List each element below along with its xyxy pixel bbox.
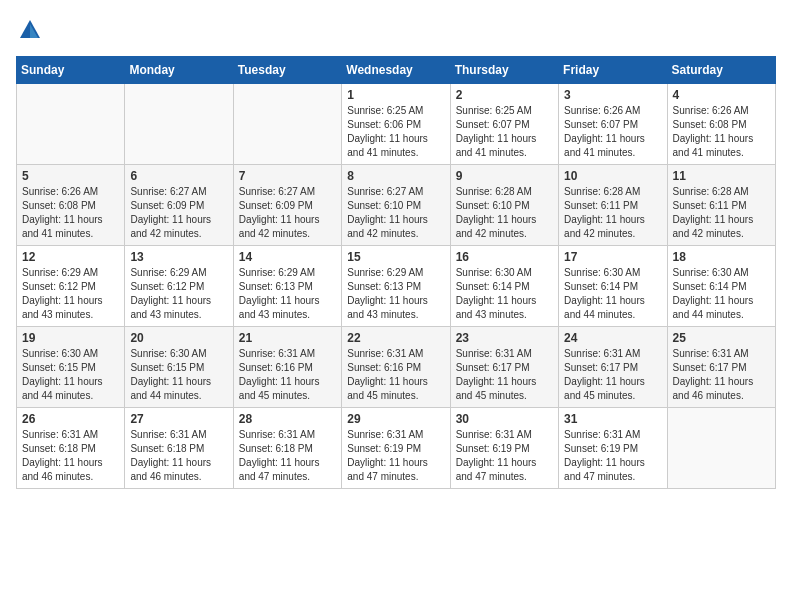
day-info: Sunrise: 6:31 AMSunset: 6:18 PMDaylight:…: [239, 428, 336, 484]
day-number: 3: [564, 88, 661, 102]
day-info: Sunrise: 6:31 AMSunset: 6:18 PMDaylight:…: [130, 428, 227, 484]
day-number: 13: [130, 250, 227, 264]
day-number: 5: [22, 169, 119, 183]
day-info: Sunrise: 6:28 AMSunset: 6:11 PMDaylight:…: [564, 185, 661, 241]
calendar-week-3: 12Sunrise: 6:29 AMSunset: 6:12 PMDayligh…: [17, 246, 776, 327]
calendar-cell: 8Sunrise: 6:27 AMSunset: 6:10 PMDaylight…: [342, 165, 450, 246]
calendar-cell: 18Sunrise: 6:30 AMSunset: 6:14 PMDayligh…: [667, 246, 775, 327]
day-info: Sunrise: 6:26 AMSunset: 6:08 PMDaylight:…: [22, 185, 119, 241]
calendar-cell: 6Sunrise: 6:27 AMSunset: 6:09 PMDaylight…: [125, 165, 233, 246]
day-info: Sunrise: 6:25 AMSunset: 6:06 PMDaylight:…: [347, 104, 444, 160]
calendar-cell: 20Sunrise: 6:30 AMSunset: 6:15 PMDayligh…: [125, 327, 233, 408]
day-number: 9: [456, 169, 553, 183]
day-info: Sunrise: 6:31 AMSunset: 6:16 PMDaylight:…: [347, 347, 444, 403]
calendar-cell: [17, 84, 125, 165]
day-number: 25: [673, 331, 770, 345]
calendar-cell: 17Sunrise: 6:30 AMSunset: 6:14 PMDayligh…: [559, 246, 667, 327]
day-number: 31: [564, 412, 661, 426]
day-number: 10: [564, 169, 661, 183]
calendar-body: 1Sunrise: 6:25 AMSunset: 6:06 PMDaylight…: [17, 84, 776, 489]
calendar-week-2: 5Sunrise: 6:26 AMSunset: 6:08 PMDaylight…: [17, 165, 776, 246]
calendar-cell: 11Sunrise: 6:28 AMSunset: 6:11 PMDayligh…: [667, 165, 775, 246]
day-info: Sunrise: 6:28 AMSunset: 6:11 PMDaylight:…: [673, 185, 770, 241]
calendar-week-1: 1Sunrise: 6:25 AMSunset: 6:06 PMDaylight…: [17, 84, 776, 165]
day-info: Sunrise: 6:31 AMSunset: 6:17 PMDaylight:…: [564, 347, 661, 403]
day-number: 14: [239, 250, 336, 264]
day-info: Sunrise: 6:30 AMSunset: 6:15 PMDaylight:…: [22, 347, 119, 403]
calendar-table: SundayMondayTuesdayWednesdayThursdayFrid…: [16, 56, 776, 489]
calendar-cell: [125, 84, 233, 165]
weekday-header-friday: Friday: [559, 57, 667, 84]
weekday-header-wednesday: Wednesday: [342, 57, 450, 84]
calendar-cell: 4Sunrise: 6:26 AMSunset: 6:08 PMDaylight…: [667, 84, 775, 165]
weekday-header-sunday: Sunday: [17, 57, 125, 84]
day-number: 29: [347, 412, 444, 426]
day-info: Sunrise: 6:29 AMSunset: 6:13 PMDaylight:…: [239, 266, 336, 322]
calendar-week-5: 26Sunrise: 6:31 AMSunset: 6:18 PMDayligh…: [17, 408, 776, 489]
calendar-cell: 21Sunrise: 6:31 AMSunset: 6:16 PMDayligh…: [233, 327, 341, 408]
day-info: Sunrise: 6:31 AMSunset: 6:16 PMDaylight:…: [239, 347, 336, 403]
day-number: 23: [456, 331, 553, 345]
day-info: Sunrise: 6:30 AMSunset: 6:15 PMDaylight:…: [130, 347, 227, 403]
day-info: Sunrise: 6:30 AMSunset: 6:14 PMDaylight:…: [456, 266, 553, 322]
calendar-cell: 13Sunrise: 6:29 AMSunset: 6:12 PMDayligh…: [125, 246, 233, 327]
day-number: 8: [347, 169, 444, 183]
calendar-cell: 3Sunrise: 6:26 AMSunset: 6:07 PMDaylight…: [559, 84, 667, 165]
day-number: 26: [22, 412, 119, 426]
calendar-cell: 15Sunrise: 6:29 AMSunset: 6:13 PMDayligh…: [342, 246, 450, 327]
day-info: Sunrise: 6:27 AMSunset: 6:09 PMDaylight:…: [239, 185, 336, 241]
day-info: Sunrise: 6:25 AMSunset: 6:07 PMDaylight:…: [456, 104, 553, 160]
day-info: Sunrise: 6:31 AMSunset: 6:19 PMDaylight:…: [347, 428, 444, 484]
page-header: [16, 16, 776, 44]
calendar-cell: [233, 84, 341, 165]
day-number: 2: [456, 88, 553, 102]
day-info: Sunrise: 6:27 AMSunset: 6:10 PMDaylight:…: [347, 185, 444, 241]
day-number: 17: [564, 250, 661, 264]
calendar-cell: 23Sunrise: 6:31 AMSunset: 6:17 PMDayligh…: [450, 327, 558, 408]
calendar-cell: 27Sunrise: 6:31 AMSunset: 6:18 PMDayligh…: [125, 408, 233, 489]
day-number: 11: [673, 169, 770, 183]
weekday-header-monday: Monday: [125, 57, 233, 84]
calendar-cell: 9Sunrise: 6:28 AMSunset: 6:10 PMDaylight…: [450, 165, 558, 246]
day-number: 22: [347, 331, 444, 345]
day-info: Sunrise: 6:27 AMSunset: 6:09 PMDaylight:…: [130, 185, 227, 241]
calendar-cell: [667, 408, 775, 489]
calendar-cell: 24Sunrise: 6:31 AMSunset: 6:17 PMDayligh…: [559, 327, 667, 408]
day-number: 30: [456, 412, 553, 426]
calendar-cell: 16Sunrise: 6:30 AMSunset: 6:14 PMDayligh…: [450, 246, 558, 327]
day-number: 1: [347, 88, 444, 102]
day-number: 27: [130, 412, 227, 426]
day-info: Sunrise: 6:26 AMSunset: 6:07 PMDaylight:…: [564, 104, 661, 160]
day-number: 12: [22, 250, 119, 264]
calendar-header: SundayMondayTuesdayWednesdayThursdayFrid…: [17, 57, 776, 84]
weekday-header-tuesday: Tuesday: [233, 57, 341, 84]
day-number: 28: [239, 412, 336, 426]
day-info: Sunrise: 6:28 AMSunset: 6:10 PMDaylight:…: [456, 185, 553, 241]
day-number: 21: [239, 331, 336, 345]
calendar-cell: 1Sunrise: 6:25 AMSunset: 6:06 PMDaylight…: [342, 84, 450, 165]
calendar-week-4: 19Sunrise: 6:30 AMSunset: 6:15 PMDayligh…: [17, 327, 776, 408]
logo: [16, 16, 48, 44]
day-info: Sunrise: 6:31 AMSunset: 6:18 PMDaylight:…: [22, 428, 119, 484]
day-number: 7: [239, 169, 336, 183]
day-info: Sunrise: 6:30 AMSunset: 6:14 PMDaylight:…: [564, 266, 661, 322]
calendar-cell: 25Sunrise: 6:31 AMSunset: 6:17 PMDayligh…: [667, 327, 775, 408]
calendar-cell: 10Sunrise: 6:28 AMSunset: 6:11 PMDayligh…: [559, 165, 667, 246]
weekday-header-row: SundayMondayTuesdayWednesdayThursdayFrid…: [17, 57, 776, 84]
calendar-cell: 29Sunrise: 6:31 AMSunset: 6:19 PMDayligh…: [342, 408, 450, 489]
day-info: Sunrise: 6:29 AMSunset: 6:12 PMDaylight:…: [22, 266, 119, 322]
calendar-cell: 12Sunrise: 6:29 AMSunset: 6:12 PMDayligh…: [17, 246, 125, 327]
calendar-cell: 5Sunrise: 6:26 AMSunset: 6:08 PMDaylight…: [17, 165, 125, 246]
logo-icon: [16, 16, 44, 44]
calendar-cell: 31Sunrise: 6:31 AMSunset: 6:19 PMDayligh…: [559, 408, 667, 489]
day-number: 24: [564, 331, 661, 345]
day-info: Sunrise: 6:29 AMSunset: 6:12 PMDaylight:…: [130, 266, 227, 322]
calendar-cell: 22Sunrise: 6:31 AMSunset: 6:16 PMDayligh…: [342, 327, 450, 408]
weekday-header-saturday: Saturday: [667, 57, 775, 84]
weekday-header-thursday: Thursday: [450, 57, 558, 84]
day-number: 15: [347, 250, 444, 264]
day-number: 4: [673, 88, 770, 102]
calendar-cell: 7Sunrise: 6:27 AMSunset: 6:09 PMDaylight…: [233, 165, 341, 246]
calendar-cell: 2Sunrise: 6:25 AMSunset: 6:07 PMDaylight…: [450, 84, 558, 165]
day-number: 18: [673, 250, 770, 264]
